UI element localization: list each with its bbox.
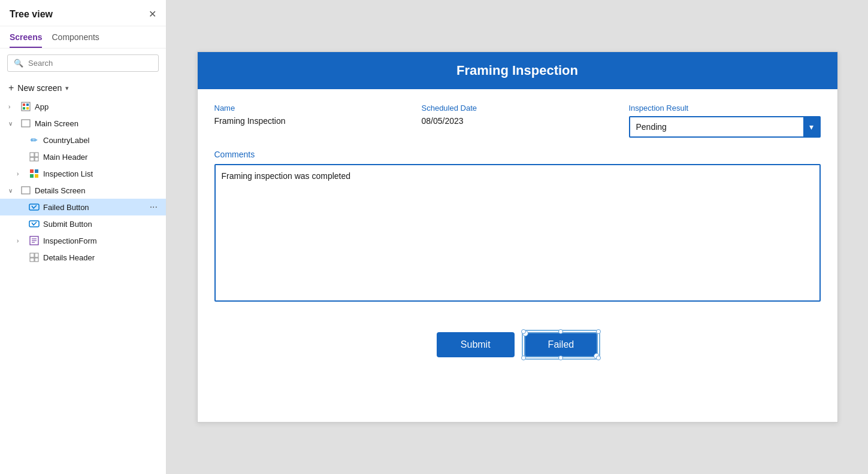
fields-row: Name Framing Inspection Scheduled Date 0…	[214, 104, 821, 138]
name-value: Framing Inspection	[214, 116, 422, 126]
svg-rect-14	[22, 187, 30, 194]
button-icon-2	[29, 218, 40, 229]
tree-item-submit-button[interactable]: Submit Button	[0, 215, 166, 232]
panel-header: Framing Inspection	[198, 52, 837, 89]
tree-item-details-header-label: Details Header	[43, 253, 158, 262]
tree-item-inspection-list[interactable]: › Inspection List	[0, 165, 166, 182]
svg-rect-5	[22, 120, 30, 127]
scheduled-date-field-group: Scheduled Date 08/05/2023	[422, 104, 629, 138]
chevron-down-icon: ▾	[65, 84, 69, 92]
spacer	[17, 137, 25, 144]
spacer	[17, 154, 25, 160]
tree-item-failed-button-label: Failed Button	[43, 203, 146, 212]
spacer	[17, 204, 25, 211]
name-field-group: Name Framing Inspection	[214, 104, 422, 138]
spacer	[17, 221, 25, 227]
screen-icon	[20, 118, 31, 129]
tree-item-inspection-list-label: Inspection List	[43, 169, 158, 178]
inspection-result-label: Inspection Result	[629, 104, 821, 113]
tree-item-app-label: App	[35, 102, 158, 111]
comments-section: Comments	[214, 150, 821, 303]
inspection-result-group: Inspection Result Pending ▾	[629, 104, 821, 138]
tree-item-app[interactable]: › App	[0, 98, 166, 115]
app-icon	[20, 101, 31, 112]
panel-footer: Submit Failed	[198, 318, 837, 374]
tree-item-main-header[interactable]: Main Header	[0, 148, 166, 165]
tree-section: › App ∨ Main Screen ✏ CountryLabel	[0, 98, 166, 474]
svg-rect-11	[35, 169, 38, 173]
svg-rect-23	[30, 258, 34, 262]
tree-item-inspection-form-label: InspectionForm	[43, 236, 158, 245]
tree-item-submit-button-label: Submit Button	[43, 220, 158, 229]
expand-icon: ∨	[8, 120, 17, 127]
svg-rect-24	[35, 258, 38, 262]
sidebar-header: Tree view ✕	[0, 0, 166, 26]
form-icon	[29, 235, 40, 246]
svg-rect-13	[35, 174, 38, 178]
handle-tc	[558, 329, 563, 334]
search-input[interactable]	[28, 59, 152, 68]
search-box: 🔍	[7, 54, 159, 72]
scheduled-date-value: 08/05/2023	[422, 116, 629, 126]
tree-item-main-screen-label: Main Screen	[35, 119, 158, 128]
svg-rect-4	[26, 107, 29, 110]
new-screen-label: New screen	[17, 83, 62, 93]
search-icon: 🔍	[14, 59, 23, 68]
tree-item-details-screen-label: Details Screen	[35, 186, 158, 195]
spacer	[17, 254, 25, 261]
close-icon[interactable]: ✕	[149, 8, 156, 20]
svg-rect-1	[23, 104, 25, 106]
tree-item-details-screen[interactable]: ∨ Details Screen	[0, 182, 166, 199]
scheduled-date-label: Scheduled Date	[422, 104, 629, 113]
submit-button[interactable]: Submit	[437, 332, 515, 357]
failed-button[interactable]: Failed	[524, 332, 598, 357]
color-grid-icon	[29, 168, 40, 179]
comments-label: Comments	[214, 150, 821, 159]
tree-item-inspection-form[interactable]: › InspectionForm	[0, 232, 166, 249]
expand-icon: ›	[8, 104, 17, 110]
handle-bc	[558, 356, 563, 360]
tree-item-main-screen[interactable]: ∨ Main Screen	[0, 115, 166, 132]
dropdown-arrow-icon[interactable]: ▾	[803, 117, 819, 136]
plus-icon: +	[8, 83, 14, 93]
svg-rect-7	[35, 153, 38, 157]
sidebar: Tree view ✕ Screens Components 🔍 + New s…	[0, 0, 167, 474]
svg-rect-8	[30, 157, 34, 161]
sidebar-title: Tree view	[10, 9, 53, 20]
svg-rect-3	[23, 107, 25, 110]
tree-item-country-label[interactable]: ✏ CountryLabel	[0, 132, 166, 148]
svg-rect-22	[35, 253, 38, 257]
tree-item-failed-button[interactable]: Failed Button ···	[0, 199, 166, 215]
failed-button-wrapper: Failed	[524, 332, 598, 357]
expand-icon: ›	[17, 171, 25, 177]
tree-item-country-label-label: CountryLabel	[43, 136, 158, 145]
svg-rect-12	[30, 174, 34, 178]
button-icon	[29, 202, 40, 212]
tab-components[interactable]: Components	[52, 26, 99, 48]
sidebar-tabs: Screens Components	[0, 26, 166, 48]
handle-bl	[521, 356, 526, 360]
tree-item-details-header[interactable]: Details Header	[0, 249, 166, 266]
expand-icon: ›	[17, 238, 25, 244]
new-screen-button[interactable]: + New screen ▾	[0, 78, 166, 98]
more-options-icon[interactable]: ···	[150, 202, 158, 212]
svg-rect-21	[30, 253, 34, 257]
screen-icon-2	[20, 185, 31, 196]
main-content: Framing Inspection Name Framing Inspecti…	[167, 0, 868, 474]
panel-title: Framing Inspection	[456, 63, 578, 78]
handle-br	[596, 356, 601, 360]
svg-rect-2	[26, 104, 29, 106]
inspection-panel: Framing Inspection Name Framing Inspecti…	[197, 51, 838, 423]
label-icon: ✏	[29, 135, 40, 145]
handle-tr	[596, 329, 601, 334]
tab-screens[interactable]: Screens	[10, 26, 42, 48]
dropdown-value: Pending	[630, 118, 803, 136]
expand-icon: ∨	[8, 187, 17, 194]
svg-rect-6	[30, 153, 34, 157]
comments-textarea[interactable]	[214, 164, 821, 302]
inspection-result-dropdown[interactable]: Pending ▾	[629, 116, 821, 138]
tree-item-main-header-label: Main Header	[43, 153, 158, 162]
name-label: Name	[214, 104, 422, 113]
header-icon	[29, 151, 40, 162]
panel-body: Name Framing Inspection Scheduled Date 0…	[198, 89, 837, 318]
